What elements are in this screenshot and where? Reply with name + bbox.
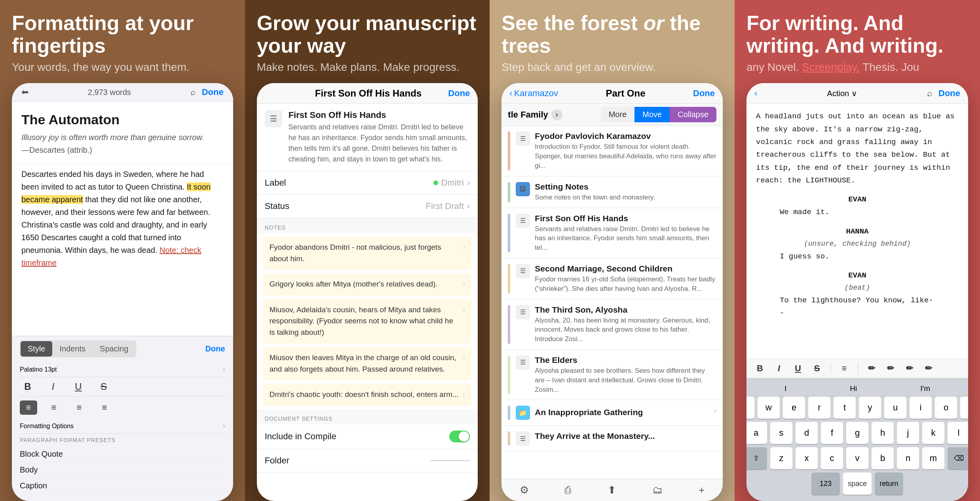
key-delete[interactable]: ⌫ xyxy=(948,447,968,469)
key-p[interactable]: p xyxy=(960,397,968,419)
key-t[interactable]: t xyxy=(834,397,856,419)
share-icon[interactable]: ⎙ xyxy=(565,484,571,496)
back-to-karamazov[interactable]: ‹ Karamazov xyxy=(509,88,558,99)
preset-block-quote[interactable]: Block Quote xyxy=(20,446,225,462)
key-h[interactable]: h xyxy=(872,422,894,444)
note-item-2[interactable]: Grigory looks after Mitya (mother's rela… xyxy=(263,273,472,296)
key-d[interactable]: d xyxy=(796,422,818,444)
key-k[interactable]: k xyxy=(922,422,944,444)
done-button-4[interactable]: Done xyxy=(938,88,960,99)
outline-item-4[interactable]: ☰ Second Marriage, Second Children Fyodo… xyxy=(501,258,723,300)
preset-body[interactable]: Body xyxy=(20,462,225,478)
key-space[interactable]: space xyxy=(843,473,872,495)
key-g[interactable]: g xyxy=(846,422,868,444)
tab-indents[interactable]: Indents xyxy=(52,341,93,357)
note-item-5[interactable]: Dmitri's chaotic youth: doesn't finish s… xyxy=(263,383,472,406)
formatting-options-row[interactable]: Formatting Options › xyxy=(20,419,225,434)
format-align[interactable]: ≡ xyxy=(837,363,851,374)
bold-button[interactable]: B xyxy=(20,381,36,392)
key-shift[interactable]: ⇧ xyxy=(746,447,767,469)
italic-button[interactable]: I xyxy=(45,381,61,392)
format-bold[interactable]: B xyxy=(753,363,767,374)
label-field[interactable]: Label Dmitri › xyxy=(257,171,478,195)
status-field[interactable]: Status First Draft › xyxy=(257,195,478,218)
format-comment[interactable]: ✏ xyxy=(864,363,879,374)
outline-item-8[interactable]: ☰ They Arrive at the Monastery... xyxy=(501,426,723,452)
action-menu[interactable]: Action ∨ xyxy=(827,89,857,98)
back-icon[interactable]: ⬅ xyxy=(21,87,28,97)
align-center-button[interactable]: ≡ xyxy=(45,400,63,415)
outline-item-5[interactable]: ☰ The Third Son, Alyosha Alyosha, 20, ha… xyxy=(501,300,723,350)
done-button[interactable]: Done xyxy=(202,87,224,97)
key-123[interactable]: 123 xyxy=(811,473,840,495)
search-icon-4[interactable]: ⌕ xyxy=(927,88,932,99)
nav-done-button[interactable]: Done xyxy=(448,88,470,99)
strikethrough-button[interactable]: S xyxy=(96,381,112,392)
key-j[interactable]: j xyxy=(897,422,919,444)
key-o[interactable]: o xyxy=(935,397,957,419)
format-italic[interactable]: I xyxy=(772,363,786,374)
key-return[interactable]: return xyxy=(875,473,903,495)
key-f[interactable]: f xyxy=(821,422,843,444)
key-y[interactable]: y xyxy=(859,397,881,419)
note-item-4[interactable]: Miusov then leaves Mitya in the charge o… xyxy=(263,347,472,380)
format-underline[interactable]: U xyxy=(791,363,805,374)
key-c[interactable]: c xyxy=(821,447,843,469)
outline-item-2[interactable]: 🖼 Setting Notes Some notes on the town a… xyxy=(501,176,723,208)
toolbar-done[interactable]: Done xyxy=(205,344,225,353)
search-icon[interactable]: ⌕ xyxy=(190,87,196,97)
tab-style[interactable]: Style xyxy=(21,341,52,357)
format-tabs[interactable]: Style Indents Spacing xyxy=(20,340,136,357)
outline-item-6[interactable]: ☰ The Elders Alyosha pleased to see brot… xyxy=(501,350,723,400)
folder-row[interactable]: Folder xyxy=(257,449,478,473)
format-edit[interactable]: ✏ xyxy=(883,363,898,374)
key-q[interactable]: q xyxy=(746,397,754,419)
key-v[interactable]: v xyxy=(846,447,868,469)
note-item-1[interactable]: Fyodor abandons Dmitri - not malicious, … xyxy=(263,236,472,270)
key-l[interactable]: l xyxy=(948,422,968,444)
note-item-3[interactable]: Miusov, Adelaida's cousin, hears of Mity… xyxy=(263,299,472,344)
include-compile-row[interactable]: Include in Compile xyxy=(257,424,478,449)
outline-item-3[interactable]: ☰ First Son Off His Hands Servants and r… xyxy=(501,208,723,258)
align-justify-button[interactable]: ≡ xyxy=(96,400,113,415)
tab-spacing[interactable]: Spacing xyxy=(93,341,135,357)
format-clear[interactable]: ✏ xyxy=(921,363,936,374)
align-right-button[interactable]: ≡ xyxy=(70,400,88,415)
organize-icon[interactable]: 🗂 xyxy=(652,484,663,496)
settings-icon[interactable]: ⚙ xyxy=(520,484,529,496)
key-n[interactable]: n xyxy=(897,447,919,469)
breadcrumb-expand-icon[interactable]: › xyxy=(551,109,562,120)
format-markup[interactable]: ✏ xyxy=(902,363,917,374)
key-r[interactable]: r xyxy=(808,397,830,419)
key-e[interactable]: e xyxy=(783,397,805,419)
outline-item-7[interactable]: 📁 An Inappropriate Gathering › xyxy=(501,400,723,426)
include-compile-toggle[interactable] xyxy=(449,431,470,442)
key-s[interactable]: s xyxy=(770,422,792,444)
collapse-button[interactable]: Collapse xyxy=(670,107,716,122)
key-m[interactable]: m xyxy=(922,447,944,469)
align-left-button[interactable]: ≡ xyxy=(20,400,37,415)
format-strike[interactable]: S xyxy=(810,363,824,374)
font-selector[interactable]: Palatino 13pt › xyxy=(20,362,225,377)
back-button-4[interactable]: ‹ xyxy=(754,88,757,99)
key-z[interactable]: z xyxy=(770,447,792,469)
underline-button[interactable]: U xyxy=(70,381,86,392)
suggest-2[interactable]: Hi xyxy=(850,384,857,393)
nav-done-3[interactable]: Done xyxy=(693,88,715,99)
key-w[interactable]: w xyxy=(758,397,780,419)
add-icon[interactable]: + xyxy=(699,484,705,496)
more-button[interactable]: More xyxy=(601,107,635,122)
preset-caption[interactable]: Caption xyxy=(20,478,225,494)
suggest-3[interactable]: I'm xyxy=(920,384,930,393)
export-icon[interactable]: ⬆ xyxy=(608,484,616,496)
suggest-1[interactable]: I xyxy=(784,384,786,393)
doc-link[interactable]: Note: check timeframe xyxy=(21,246,201,267)
folder-expand-icon[interactable]: › xyxy=(714,406,716,416)
move-button[interactable]: Move xyxy=(634,107,670,122)
key-b[interactable]: b xyxy=(872,447,894,469)
key-x[interactable]: x xyxy=(796,447,818,469)
key-u[interactable]: u xyxy=(884,397,906,419)
key-a[interactable]: a xyxy=(746,422,767,444)
outline-item-1[interactable]: ☰ Fyodor Pavlovich Karamazov Introductio… xyxy=(501,126,723,176)
key-i[interactable]: i xyxy=(910,397,932,419)
